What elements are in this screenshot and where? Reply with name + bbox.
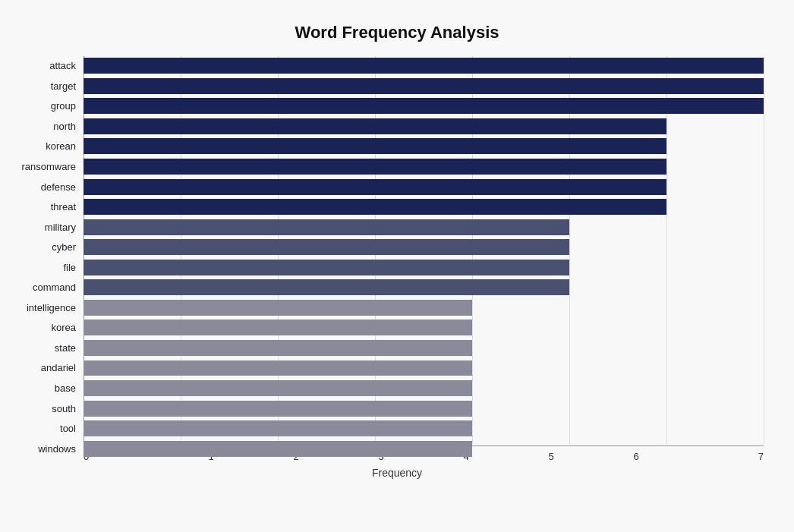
bar-fill xyxy=(83,199,666,215)
bar-row: base xyxy=(83,379,764,398)
bar-fill xyxy=(83,219,569,235)
bar-fill xyxy=(83,441,472,457)
bar-label: state xyxy=(0,342,83,354)
bar-fill xyxy=(83,98,764,114)
grid-line xyxy=(764,56,764,444)
bar-label: windows xyxy=(0,443,83,455)
bar-fill xyxy=(83,300,472,316)
bar-label: tool xyxy=(0,423,83,434)
bar-label: north xyxy=(0,121,83,132)
bar-row: ransomware xyxy=(83,157,764,177)
bar-row: command xyxy=(83,278,764,297)
bar-row: windows xyxy=(83,439,764,458)
bar-fill xyxy=(83,239,569,255)
bar-row: attack xyxy=(83,56,764,76)
bar-label: defense xyxy=(0,181,83,193)
bar-label: group xyxy=(0,100,83,112)
bar-label: andariel xyxy=(0,362,83,373)
bar-row: group xyxy=(83,96,764,116)
bar-row: file xyxy=(83,257,764,277)
bar-row: threat xyxy=(83,197,764,217)
bar-row: andariel xyxy=(83,358,764,378)
bar-row: military xyxy=(83,217,764,237)
chart-container: Word Frequency Analysis attacktargetgrou… xyxy=(0,0,794,532)
bar-label: base xyxy=(0,382,83,394)
bar-label: threat xyxy=(0,201,83,212)
bar-label: military xyxy=(0,222,83,233)
bars-container: attacktargetgroupnorthkoreanransomwarede… xyxy=(83,56,764,444)
bar-label: ransomware xyxy=(0,161,83,172)
bar-fill xyxy=(83,360,472,376)
bar-row: target xyxy=(83,77,764,96)
bar-fill xyxy=(83,118,666,134)
bar-label: attack xyxy=(0,60,83,71)
bar-label: cyber xyxy=(0,241,83,253)
bar-row: south xyxy=(83,398,764,418)
bar-fill xyxy=(83,58,764,74)
bar-label: command xyxy=(0,282,83,293)
bar-label: target xyxy=(0,80,83,92)
bar-fill xyxy=(83,340,472,356)
bar-fill xyxy=(83,320,472,335)
bar-row: defense xyxy=(83,177,764,197)
bar-row: intelligence xyxy=(83,298,764,318)
bar-fill xyxy=(83,420,472,436)
bar-row: state xyxy=(83,338,764,358)
bar-fill xyxy=(83,159,666,175)
bar-label: intelligence xyxy=(0,302,83,313)
bar-row: korea xyxy=(83,318,764,338)
bar-fill xyxy=(83,260,569,275)
bar-label: korea xyxy=(0,322,83,333)
bar-row: north xyxy=(83,117,764,137)
bar-label: south xyxy=(0,403,83,414)
bar-label: file xyxy=(0,262,83,273)
bar-fill xyxy=(83,401,472,417)
bar-label: korean xyxy=(0,140,83,152)
bar-row: cyber xyxy=(83,238,764,257)
bar-fill xyxy=(83,138,666,154)
chart-title: Word Frequency Analysis xyxy=(30,23,764,42)
bar-row: korean xyxy=(83,137,764,156)
x-axis-label: Frequency xyxy=(30,467,764,479)
bar-fill xyxy=(83,179,666,195)
bar-fill xyxy=(83,279,569,295)
bar-row: tool xyxy=(83,419,764,439)
bar-fill xyxy=(83,78,764,94)
bar-fill xyxy=(83,380,472,396)
